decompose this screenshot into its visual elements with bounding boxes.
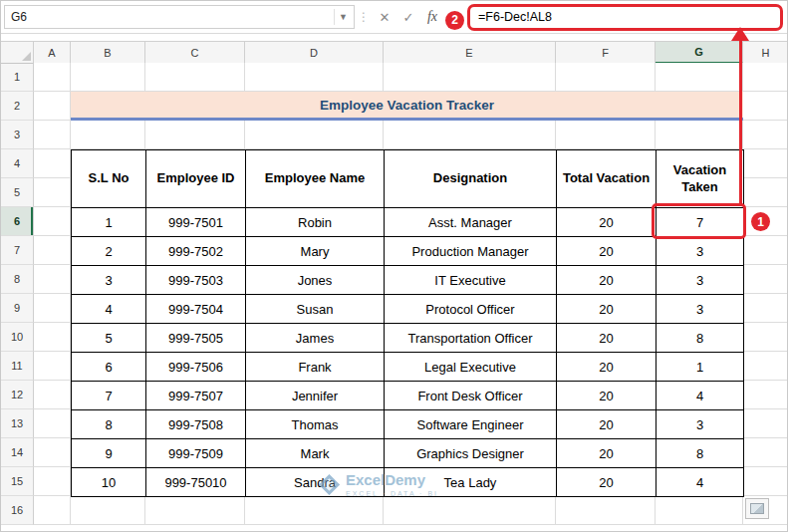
table-cell[interactable]: 1 — [657, 353, 744, 382]
cell-G1[interactable] — [656, 63, 743, 92]
cell-B1[interactable] — [71, 63, 145, 92]
column-header-A[interactable]: A — [34, 42, 71, 64]
table-cell[interactable]: 999-7504 — [146, 295, 246, 324]
table-cell[interactable]: 3 — [657, 295, 744, 324]
cell-A3[interactable] — [34, 121, 71, 149]
table-cell[interactable]: 999-7503 — [146, 266, 246, 295]
table-cell[interactable]: Jones — [246, 266, 385, 295]
row-header-2[interactable]: 2 — [1, 92, 34, 121]
cell-F1[interactable] — [556, 63, 656, 92]
cell-A12[interactable] — [34, 381, 71, 409]
row-header-10[interactable]: 10 — [1, 323, 34, 352]
table-cell[interactable]: Production Manager — [385, 237, 557, 266]
table-cell[interactable]: 999-7505 — [146, 324, 246, 353]
table-cell[interactable]: 20 — [557, 439, 657, 468]
table-cell[interactable]: Legal Executive — [385, 353, 557, 382]
row-header-4[interactable]: 4 — [1, 149, 34, 178]
cell-E3[interactable] — [384, 121, 556, 149]
table-header-cell[interactable]: Vacation Taken — [657, 150, 744, 208]
table-cell[interactable]: 8 — [657, 439, 744, 468]
table-header-cell[interactable]: Employee ID — [146, 150, 246, 208]
cell-C3[interactable] — [145, 121, 245, 149]
cell-G3[interactable] — [656, 121, 743, 149]
table-cell[interactable]: 4 — [657, 382, 744, 410]
row-header-13[interactable]: 13 — [1, 409, 34, 438]
table-cell[interactable]: 20 — [557, 468, 657, 497]
table-cell[interactable]: 8 — [72, 410, 146, 439]
table-cell[interactable]: 999-7506 — [146, 353, 246, 382]
table-cell[interactable]: 4 — [72, 295, 146, 324]
cell-H14[interactable] — [743, 438, 788, 467]
table-cell[interactable]: 999-7507 — [146, 382, 246, 410]
table-cell[interactable]: Frank — [246, 353, 385, 382]
row-header-15[interactable]: 15 — [1, 467, 34, 496]
table-cell[interactable]: 3 — [72, 266, 146, 295]
cell-G16[interactable] — [656, 496, 743, 525]
row-header-1[interactable]: 1 — [1, 63, 34, 92]
table-cell[interactable]: 20 — [557, 208, 657, 237]
table-cell[interactable]: Asst. Manager — [385, 208, 557, 237]
cell-H12[interactable] — [743, 381, 788, 409]
cell-A15[interactable] — [34, 467, 71, 496]
table-cell[interactable]: 3 — [657, 410, 744, 439]
cell-A11[interactable] — [34, 352, 71, 381]
name-box-dropdown-icon[interactable]: ▼ — [334, 9, 348, 25]
cell-A4[interactable] — [34, 149, 71, 178]
cell-F16[interactable] — [556, 496, 656, 525]
cell-E1[interactable] — [384, 63, 556, 92]
row-header-7[interactable]: 7 — [1, 236, 34, 265]
table-cell[interactable]: Software Engineer — [385, 410, 557, 439]
table-cell[interactable]: 5 — [72, 324, 146, 353]
column-header-E[interactable]: E — [384, 42, 556, 64]
cell-A1[interactable] — [34, 63, 71, 92]
table-cell[interactable]: 999-7501 — [146, 208, 246, 237]
cell-H7[interactable] — [743, 236, 788, 265]
cell-A9[interactable] — [34, 294, 71, 323]
table-cell[interactable]: 999-7508 — [146, 410, 246, 439]
column-header-D[interactable]: D — [245, 42, 384, 64]
table-cell[interactable]: Sandra — [246, 468, 385, 497]
column-header-B[interactable]: B — [71, 42, 145, 64]
smart-tag-icon[interactable] — [745, 498, 769, 519]
cell-F3[interactable] — [556, 121, 656, 149]
cell-A14[interactable] — [34, 438, 71, 467]
cell-H4[interactable] — [743, 149, 788, 178]
table-cell[interactable]: 999-7502 — [146, 237, 246, 266]
table-cell[interactable]: 6 — [72, 353, 146, 382]
table-cell[interactable]: Graphics Designer — [385, 439, 557, 468]
column-header-C[interactable]: C — [145, 42, 245, 64]
cell-H8[interactable] — [743, 265, 788, 294]
cell-A5[interactable] — [34, 178, 71, 207]
cell-C1[interactable] — [145, 63, 245, 92]
table-cell[interactable]: 9 — [72, 439, 146, 468]
row-header-9[interactable]: 9 — [1, 294, 34, 323]
table-header-cell[interactable]: Total Vacation — [557, 150, 657, 208]
row-header-11[interactable]: 11 — [1, 352, 34, 381]
cell-H11[interactable] — [743, 352, 788, 381]
name-box[interactable]: G6 ▼ — [4, 5, 355, 29]
table-header-cell[interactable]: Designation — [385, 150, 557, 208]
cell-A8[interactable] — [34, 265, 71, 294]
row-header-12[interactable]: 12 — [1, 381, 34, 409]
table-cell[interactable]: 10 — [72, 468, 146, 497]
cell-B3[interactable] — [71, 121, 145, 149]
table-cell[interactable]: 4 — [657, 468, 744, 497]
table-cell[interactable]: Susan — [246, 295, 385, 324]
table-cell[interactable]: Jennifer — [246, 382, 385, 410]
cell-H10[interactable] — [743, 323, 788, 352]
cell-D3[interactable] — [245, 121, 384, 149]
table-cell[interactable]: Transportation Officer — [385, 324, 557, 353]
table-cell[interactable]: Thomas — [246, 410, 385, 439]
row-header-6[interactable]: 6 — [1, 207, 34, 236]
row-header-16[interactable]: 16 — [1, 496, 34, 525]
table-cell[interactable]: Mary — [246, 237, 385, 266]
select-all-corner[interactable] — [1, 42, 34, 64]
cell-H1[interactable] — [743, 63, 788, 92]
table-cell[interactable]: Robin — [246, 208, 385, 237]
cell-B16[interactable] — [71, 496, 145, 525]
cell-D1[interactable] — [245, 63, 384, 92]
column-header-G[interactable]: G — [656, 42, 743, 64]
table-cell[interactable]: 20 — [557, 382, 657, 410]
table-cell[interactable]: 20 — [557, 266, 657, 295]
cell-C16[interactable] — [145, 496, 245, 525]
